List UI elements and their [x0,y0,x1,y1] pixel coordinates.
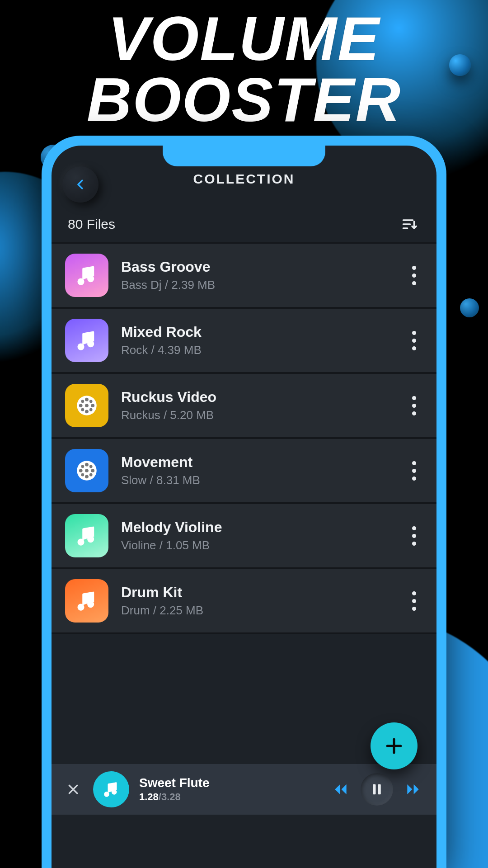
player-meta: Sweet Flute 1.28/3.28 [139,776,319,803]
track-title: Ruckus Video [121,389,405,406]
track-text: Bass GrooveBass Dj / 2.39 MB [121,259,405,292]
track-subtitle: Slow / 8.31 MB [121,473,405,487]
track-more-button[interactable] [405,327,423,354]
play-pause-button[interactable] [361,773,393,806]
more-vertical-icon [412,591,416,595]
track-subtitle: Drum / 2.25 MB [121,604,405,618]
next-button[interactable] [401,778,425,801]
track-title: Mixed Rock [121,324,405,340]
player-time: 1.28/3.28 [139,791,319,803]
music-note-icon [102,780,120,798]
track-more-button[interactable] [405,457,423,484]
track-subtitle: Violine / 1.05 MB [121,538,405,552]
player-close-button[interactable] [63,779,83,799]
track-row[interactable]: Melody ViolineVioline / 1.05 MB [52,504,436,569]
track-text: Mixed RockRock / 4.39 MB [121,324,405,357]
track-row[interactable]: MovementSlow / 8.31 MB [52,439,436,504]
file-count-label: 80 Files [68,217,115,232]
track-text: Ruckus VideoRuckus / 5.20 MB [121,389,405,422]
chevron-left-icon [74,178,87,191]
track-more-button[interactable] [405,392,423,419]
track-row[interactable]: Bass GrooveBass Dj / 2.39 MB [52,242,436,308]
film-reel-icon [74,458,100,484]
track-more-button[interactable] [405,262,423,289]
track-thumbnail [65,449,108,492]
track-thumbnail [65,384,108,427]
player-current-time: 1.28 [139,791,159,802]
phone-screen: COLLECTION 80 Files Bass GrooveBass Dj /… [52,146,436,868]
track-thumbnail [65,319,108,362]
track-text: MovementSlow / 8.31 MB [121,454,405,487]
close-icon [66,783,80,796]
skip-back-icon [332,781,349,798]
plus-icon [384,736,404,756]
sort-button[interactable] [399,213,420,235]
track-title: Melody Violine [121,519,405,536]
more-vertical-icon [412,461,416,465]
sort-icon [401,216,418,232]
track-more-button[interactable] [405,522,423,549]
svg-rect-0 [373,784,375,795]
phone-notch [163,146,325,166]
player-album-art[interactable] [93,771,129,807]
music-note-icon [75,264,99,287]
back-button[interactable] [62,166,99,203]
track-subtitle: Ruckus / 5.20 MB [121,408,405,422]
svg-rect-1 [378,784,381,795]
track-subtitle: Rock / 4.39 MB [121,343,405,357]
track-title: Drum Kit [121,584,405,601]
track-list: Bass GrooveBass Dj / 2.39 MBMixed RockRo… [52,242,436,634]
track-text: Melody ViolineVioline / 1.05 MB [121,519,405,552]
track-row[interactable]: Drum KitDrum / 2.25 MB [52,569,436,634]
track-row[interactable]: Mixed RockRock / 4.39 MB [52,308,436,373]
more-vertical-icon [412,266,416,270]
pause-icon [370,783,384,796]
promo-headline: VOLUME BOOSTER [0,8,488,130]
track-text: Drum KitDrum / 2.25 MB [121,584,405,618]
player-controls [329,773,425,806]
track-row[interactable]: Ruckus VideoRuckus / 5.20 MB [52,373,436,439]
decor-ball [460,298,479,317]
track-title: Movement [121,454,405,471]
track-title: Bass Groove [121,259,405,275]
list-subheader: 80 Files [52,212,436,242]
player-total-time: 3.28 [161,791,181,802]
more-vertical-icon [412,396,416,400]
skip-forward-icon [404,781,422,798]
phone-mockup: COLLECTION 80 Files Bass GrooveBass Dj /… [42,136,446,868]
add-button[interactable] [371,722,418,769]
page-title: COLLECTION [193,171,295,187]
more-vertical-icon [412,526,416,530]
track-thumbnail [65,579,108,623]
track-more-button[interactable] [405,587,423,614]
film-reel-icon [74,392,100,419]
track-thumbnail [65,514,108,557]
more-vertical-icon [412,331,416,335]
music-note-icon [75,329,99,352]
mini-player: Sweet Flute 1.28/3.28 [52,764,436,815]
music-note-icon [75,524,99,547]
previous-button[interactable] [329,778,352,801]
track-thumbnail [65,254,108,297]
music-note-icon [75,589,99,613]
track-subtitle: Bass Dj / 2.39 MB [121,278,405,292]
player-track-title: Sweet Flute [139,776,319,790]
